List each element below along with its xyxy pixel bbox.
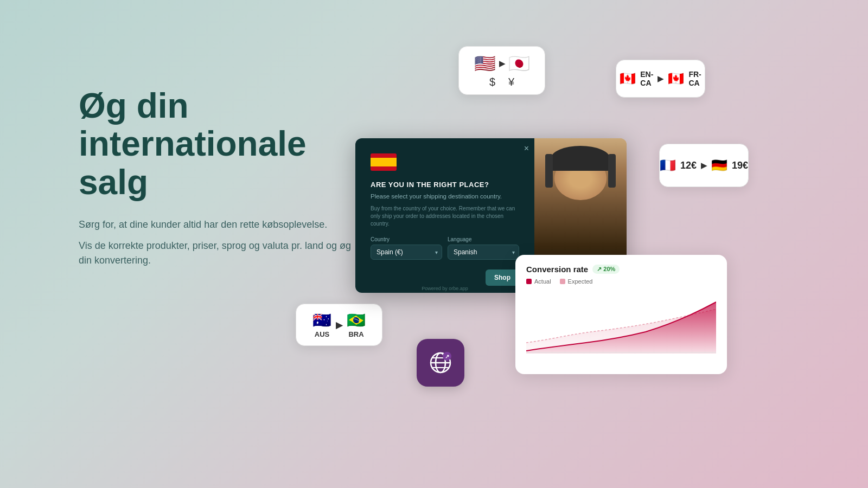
modal-left-panel: × ARE YOU IN THE RIGHT PLACE? Please sel… xyxy=(355,138,534,293)
globe-button[interactable]: ↗ xyxy=(417,339,464,387)
to-lang: FR-CA xyxy=(688,70,701,87)
from-currency: $ xyxy=(489,76,495,88)
chart-title: Conversion rate xyxy=(526,265,588,274)
country-label: Country xyxy=(371,236,442,242)
spain-flag-icon xyxy=(371,153,397,171)
card-ca-lang: 🇨🇦 EN-CA ▶ 🇨🇦 FR-CA xyxy=(616,60,705,98)
aus-code: AUS xyxy=(315,330,329,338)
chart-svg xyxy=(526,291,716,356)
chart-badge: ↗ 20% xyxy=(592,265,620,274)
from-price: 12€ xyxy=(680,160,697,171)
powered-by-text: Powered by orbe.app xyxy=(371,286,519,291)
flag-us-icon: 🇺🇸 xyxy=(474,53,496,74)
from-lang: EN-CA xyxy=(640,70,653,87)
shop-button[interactable]: Shop xyxy=(486,269,519,286)
modal-close-button[interactable]: × xyxy=(524,144,529,153)
legend-expected-label: Expected xyxy=(568,278,593,285)
sub-text-2: Vis de korrekte produkter, priser, sprog… xyxy=(79,239,361,268)
arrow-icon: ▶ xyxy=(499,59,505,68)
main-heading: Øg din internationale salg xyxy=(79,87,361,201)
left-section: Øg din internationale salg Sørg for, at … xyxy=(79,87,361,274)
card-fr-de-price: 🇫🇷 12€ ▶ 🇩🇪 19€ xyxy=(659,144,749,187)
sub-text-1: Sørg for, at dine kunder altid har den r… xyxy=(79,217,361,232)
flag-ca1-icon: 🇨🇦 xyxy=(620,71,636,86)
card-aus-bra: 🇦🇺 AUS ▶ 🇧🇷 BRA xyxy=(296,304,382,346)
arrow-icon-aus: ▶ xyxy=(336,320,342,330)
flag-fr-icon: 🇫🇷 xyxy=(660,158,676,173)
svg-text:↗: ↗ xyxy=(445,354,449,359)
modal-title: ARE YOU IN THE RIGHT PLACE? xyxy=(371,181,519,189)
modal-subtitle: Please select your shipping destination … xyxy=(371,193,519,200)
country-select[interactable]: Spain (€) xyxy=(371,245,442,260)
to-currency: ¥ xyxy=(508,76,514,88)
card-us-to-jp: 🇺🇸 ▶ 🇯🇵 $ ¥ xyxy=(458,46,545,95)
arrow-icon-fr: ▶ xyxy=(701,161,707,170)
flag-ca2-icon: 🇨🇦 xyxy=(668,71,684,86)
flag-de-icon: 🇩🇪 xyxy=(711,158,727,173)
legend-actual: Actual xyxy=(526,278,551,285)
language-label: Language xyxy=(448,236,519,242)
actual-color-dot xyxy=(526,279,532,284)
modal-body-text: Buy from the country of your choice. Rem… xyxy=(371,205,519,228)
bra-code: BRA xyxy=(348,330,363,338)
expected-color-dot xyxy=(560,279,565,284)
flag-br-icon: 🇧🇷 xyxy=(347,311,366,329)
to-price: 19€ xyxy=(732,160,748,171)
legend-expected: Expected xyxy=(560,278,593,285)
legend-actual-label: Actual xyxy=(534,278,551,285)
flag-jp-icon: 🇯🇵 xyxy=(508,53,530,74)
chart-legend: Actual Expected xyxy=(526,278,716,285)
conversion-rate-chart: Conversion rate ↗ 20% Actual Expected xyxy=(515,255,727,374)
flag-au-icon: 🇦🇺 xyxy=(312,311,331,329)
globe-icon: ↗ xyxy=(427,350,454,376)
language-select[interactable]: Spanish xyxy=(448,245,519,260)
arrow-icon-ca: ▶ xyxy=(658,74,663,83)
